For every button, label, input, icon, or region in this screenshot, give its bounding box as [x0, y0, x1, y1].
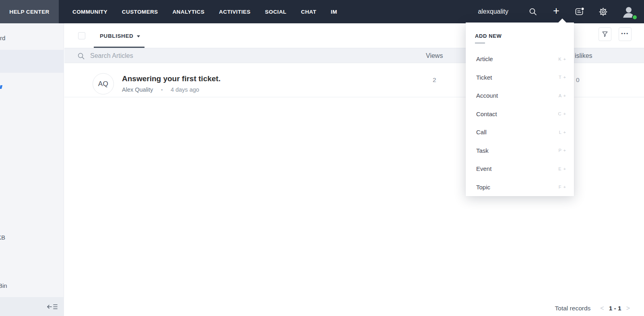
- menu-item-call[interactable]: Call L +: [466, 123, 574, 142]
- nav-item-label: ACTIVITIES: [219, 9, 250, 15]
- nav-item-im[interactable]: IM: [324, 0, 345, 23]
- page-range: 1 - 1: [609, 305, 621, 312]
- settings-gear-icon[interactable]: [598, 6, 608, 17]
- menu-item-shortcut: T +: [559, 75, 566, 80]
- select-all-checkbox[interactable]: [78, 32, 85, 39]
- dropdown-header: ADD NEW: [466, 23, 574, 43]
- menu-item-shortcut: A +: [559, 93, 566, 98]
- dot-separator: •: [161, 88, 163, 92]
- title-underline: [475, 43, 485, 43]
- menu-item-event[interactable]: Event E +: [466, 160, 574, 178]
- sidebar-footer: [0, 297, 64, 316]
- article-dislikes-count: 0: [576, 76, 580, 84]
- nav-item-social[interactable]: SOCIAL: [258, 0, 293, 23]
- search-icon: [77, 52, 85, 60]
- nav-item-chat[interactable]: CHAT: [294, 0, 324, 23]
- menu-item-shortcut: C +: [558, 111, 566, 116]
- add-new-menu-list: Article K + Ticket T + Account A + Conta…: [466, 50, 574, 196]
- top-navigation-bar: HELP CENTER COMMUNITY CUSTOMERS ANALYTIC…: [0, 0, 644, 23]
- nav-items: COMMUNITY CUSTOMERS ANALYTICS ACTIVITIES…: [65, 0, 345, 23]
- menu-item-label: Topic: [476, 184, 490, 191]
- menu-item-account[interactable]: Account A +: [466, 86, 574, 105]
- article-timestamp: 4 days ago: [171, 86, 199, 93]
- sidebar-item-bin[interactable]: Bin: [0, 282, 7, 289]
- chevron-down-icon: [137, 35, 140, 37]
- nav-item-label: ANALYTICS: [172, 9, 204, 15]
- menu-item-ticket[interactable]: Ticket T +: [466, 68, 574, 87]
- search-articles-input[interactable]: [90, 52, 211, 60]
- nav-item-help-center[interactable]: HELP CENTER: [0, 0, 59, 23]
- menu-item-label: Ticket: [476, 74, 492, 81]
- plus-glyph: +: [553, 6, 559, 16]
- menu-item-label: Event: [476, 165, 491, 172]
- sidebar-blue-fragment: [0, 85, 2, 89]
- sidebar-item-fragment[interactable]: rd: [0, 35, 5, 41]
- left-sidebar: rd KB Bin: [0, 23, 64, 316]
- nav-item-label: HELP CENTER: [9, 9, 49, 15]
- menu-item-shortcut: F +: [559, 185, 566, 189]
- menu-item-label: Account: [476, 92, 498, 99]
- add-new-dropdown: ADD NEW Article K + Ticket T + Account A…: [466, 23, 574, 196]
- menu-item-topic[interactable]: Topic F +: [466, 178, 574, 197]
- sidebar-item-kb[interactable]: KB: [0, 234, 5, 241]
- prev-page-icon[interactable]: <: [599, 305, 605, 312]
- ellipsis-icon: •••: [621, 31, 629, 36]
- funnel-icon: [601, 31, 609, 38]
- nav-item-label: COMMUNITY: [72, 9, 107, 15]
- menu-item-article[interactable]: Article K +: [466, 50, 574, 68]
- article-author: Alex Quality: [122, 86, 153, 93]
- whats-new-icon[interactable]: [574, 6, 585, 17]
- dropdown-title: ADD NEW: [475, 33, 574, 39]
- article-title[interactable]: Answering your first ticket.: [122, 74, 221, 83]
- menu-item-shortcut: L +: [559, 130, 566, 135]
- column-header-views[interactable]: Views: [426, 48, 443, 64]
- author-initials-avatar: AQ: [93, 73, 114, 94]
- nav-item-label: IM: [331, 9, 337, 15]
- search-box: [77, 48, 211, 64]
- menu-item-shortcut: K +: [558, 57, 566, 62]
- menu-item-contact[interactable]: Contact C +: [466, 105, 574, 123]
- pagination: Total records < 1 - 1 >: [555, 305, 631, 312]
- search-icon[interactable]: [528, 6, 538, 17]
- nav-item-label: SOCIAL: [265, 9, 286, 15]
- nav-item-community[interactable]: COMMUNITY: [65, 0, 115, 23]
- add-new-icon[interactable]: +: [551, 6, 561, 17]
- column-header-dislikes-partial[interactable]: islikes: [575, 48, 592, 64]
- filter-button[interactable]: [599, 27, 611, 41]
- menu-item-label: Task: [476, 147, 489, 154]
- menu-item-label: Article: [476, 55, 493, 62]
- sidebar-item-selected[interactable]: [0, 50, 64, 73]
- article-meta: Alex Quality • 4 days ago: [122, 86, 199, 93]
- menu-item-shortcut: P +: [558, 148, 566, 153]
- menu-item-shortcut: E +: [558, 166, 566, 171]
- nav-item-label: CUSTOMERS: [122, 9, 158, 15]
- menu-item-task[interactable]: Task P +: [466, 142, 574, 160]
- more-options-button[interactable]: •••: [619, 27, 632, 41]
- nav-item-label: CHAT: [301, 9, 316, 15]
- view-filter-dropdown[interactable]: PUBLISHED: [100, 33, 140, 39]
- nav-item-activities[interactable]: ACTIVITIES: [212, 0, 258, 23]
- view-filter-label: PUBLISHED: [100, 33, 133, 39]
- next-page-icon[interactable]: >: [625, 305, 631, 312]
- total-records-label: Total records: [555, 305, 591, 312]
- nav-item-analytics[interactable]: ANALYTICS: [165, 0, 212, 23]
- user-avatar[interactable]: [621, 4, 636, 19]
- collapse-sidebar-icon[interactable]: [46, 303, 58, 310]
- article-views-count: 2: [433, 76, 436, 84]
- menu-item-label: Contact: [476, 111, 497, 117]
- nav-item-customers[interactable]: CUSTOMERS: [115, 0, 165, 23]
- account-name[interactable]: alexquality: [478, 8, 508, 15]
- online-status-dot: [632, 14, 638, 20]
- menu-item-label: Call: [476, 129, 487, 135]
